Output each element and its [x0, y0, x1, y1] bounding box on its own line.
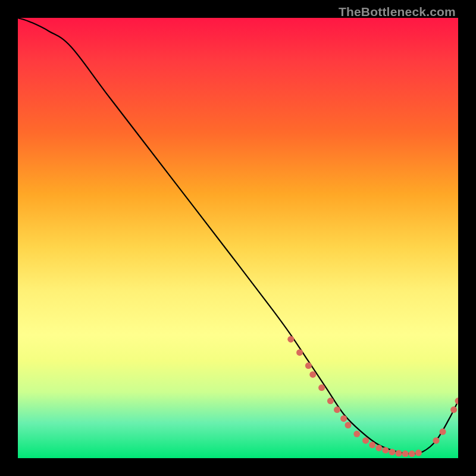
sample-point	[440, 428, 446, 435]
sample-point	[296, 349, 303, 356]
sample-point	[402, 450, 409, 457]
sample-point	[305, 362, 312, 369]
sample-point	[287, 336, 294, 343]
sample-point	[353, 431, 360, 437]
sample-point	[318, 384, 325, 391]
sample-point	[389, 449, 396, 455]
watermark-text: TheBottleneck.com	[339, 5, 456, 19]
sample-point	[334, 406, 340, 413]
sample-point	[415, 450, 422, 456]
chart-root: { "watermark": "TheBottleneck.com", "col…	[0, 0, 476, 476]
sample-points	[287, 336, 458, 457]
sample-point	[327, 397, 334, 404]
sample-point	[309, 371, 316, 378]
sample-point	[382, 447, 389, 453]
sample-point	[362, 437, 369, 444]
sample-point	[455, 397, 459, 404]
sample-point	[396, 450, 402, 456]
sample-point	[369, 441, 375, 448]
sample-point	[340, 415, 347, 422]
chart-svg	[18, 18, 458, 458]
sample-point	[433, 437, 440, 444]
sample-point	[409, 450, 415, 457]
plot-area	[18, 18, 458, 458]
sample-point	[450, 406, 457, 413]
sample-point	[345, 422, 352, 428]
sample-point	[375, 444, 382, 451]
bottleneck-curve-line	[18, 18, 458, 454]
